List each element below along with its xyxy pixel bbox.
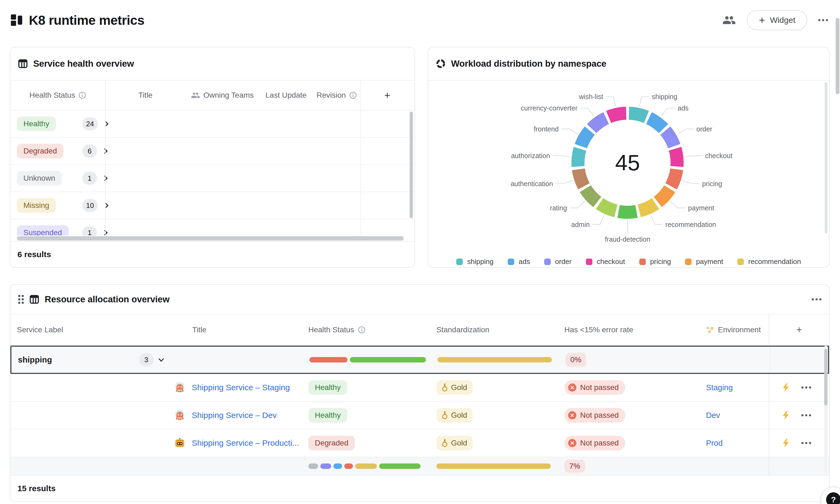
- empty-cell: [10, 429, 171, 457]
- info-icon[interactable]: [358, 326, 366, 334]
- donut-label-recommendation: recommendation: [665, 221, 716, 228]
- legend-item-pricing[interactable]: pricing: [639, 257, 671, 266]
- donut-segment-currency-converter[interactable]: [592, 118, 606, 129]
- service-row[interactable]: Shipping Service – DevHealthyGold✕Not pa…: [10, 402, 829, 429]
- environment-link[interactable]: Staging: [706, 383, 733, 392]
- lightning-icon[interactable]: [782, 383, 789, 392]
- health-status-row-healthy[interactable]: Healthy24: [10, 110, 415, 138]
- row-more-menu[interactable]: [801, 442, 811, 444]
- service-row[interactable]: Shipping Service – StagingHealthyGold✕No…: [10, 374, 829, 402]
- results-count: 6 results: [17, 250, 51, 259]
- row-more-menu[interactable]: [801, 414, 811, 416]
- chevron-down-icon[interactable]: [157, 356, 165, 364]
- environment-link[interactable]: Prod: [706, 439, 723, 448]
- standardization-badge: Gold: [436, 408, 473, 422]
- page-scrollbar[interactable]: [836, 18, 839, 94]
- legend-item-checkout[interactable]: checkout: [586, 257, 625, 266]
- info-icon[interactable]: [78, 91, 86, 99]
- health-distribution-bar: [302, 457, 430, 475]
- service-title-link[interactable]: Shipping Service – Staging: [192, 383, 290, 392]
- status-pill-slot: Healthy: [17, 116, 69, 131]
- table-horizontal-scrollbar[interactable]: [17, 236, 404, 240]
- drag-handle-icon[interactable]: [18, 295, 24, 304]
- health-status-row-unknown[interactable]: Unknown1: [10, 165, 415, 192]
- chevron-right-icon[interactable]: [102, 147, 109, 155]
- actions-cell: [769, 374, 829, 401]
- group-label: shipping: [18, 355, 52, 364]
- count-badge: 1: [82, 172, 97, 185]
- card-vertical-scrollbar[interactable]: [825, 82, 827, 234]
- resource-allocation-card: Resource allocation overview Service Lab…: [10, 284, 830, 502]
- legend-item-recommendation[interactable]: recommendation: [737, 257, 801, 266]
- column-header-owning-teams: Owning Teams: [186, 80, 259, 110]
- standardization-cell: Gold: [430, 402, 558, 429]
- title-cell: Shipping Service – Dev: [171, 402, 302, 429]
- service-title-link[interactable]: Shipping Service – Dev: [192, 411, 277, 420]
- donut-segment-rating[interactable]: [585, 188, 597, 202]
- chevron-right-icon[interactable]: [102, 229, 109, 236]
- lightning-icon[interactable]: [782, 411, 789, 420]
- donut-segment-payment[interactable]: [658, 188, 670, 202]
- donut-label-order: order: [697, 125, 712, 133]
- service-title-link[interactable]: Shipping Service – Producti...: [192, 438, 299, 448]
- empty-cell: [699, 457, 769, 475]
- donut-segment-pricing[interactable]: [671, 169, 677, 186]
- resource-card-more-menu[interactable]: [812, 298, 821, 301]
- service-health-card-header: Service health overview: [10, 47, 415, 80]
- donut-segment-authorization[interactable]: [578, 149, 580, 166]
- standardization-label: Gold: [451, 439, 467, 447]
- health-status-row-suspended[interactable]: Suspended1: [10, 219, 415, 236]
- donut-segment-ads[interactable]: [649, 118, 664, 129]
- column-header-service-label: Service Label: [10, 314, 171, 345]
- legend-item-order[interactable]: order: [544, 257, 572, 266]
- health-status-row-degraded[interactable]: Degraded6: [10, 138, 415, 165]
- donut-segment-shipping[interactable]: [629, 113, 646, 117]
- donut-segment-order[interactable]: [665, 131, 675, 146]
- row-more-menu[interactable]: [801, 386, 811, 389]
- add-widget-button[interactable]: + Widget: [747, 10, 807, 30]
- info-icon[interactable]: [349, 91, 357, 99]
- legend-item-ads[interactable]: ads: [508, 257, 530, 266]
- chevron-right-icon[interactable]: [103, 202, 110, 209]
- chevron-right-icon[interactable]: [102, 175, 109, 182]
- group-row-shipping[interactable]: shipping30%: [10, 346, 829, 374]
- workload-card: Workload distribution by namespace shipp…: [427, 47, 830, 268]
- donut-segment-admin[interactable]: [599, 203, 616, 211]
- column-header--[interactable]: +: [360, 80, 415, 110]
- column-label: Standardization: [436, 325, 489, 334]
- page-more-menu[interactable]: [818, 19, 828, 21]
- chevron-right-icon[interactable]: [103, 120, 110, 128]
- empty-cell: [172, 347, 303, 373]
- donut-segment-fraud-detection[interactable]: [618, 212, 636, 212]
- legend-chip: [737, 258, 744, 265]
- medal-icon: [442, 411, 448, 419]
- column-header--[interactable]: +: [769, 314, 829, 345]
- health-status-row-missing[interactable]: Missing10: [10, 192, 415, 219]
- actions-cell: [769, 429, 829, 457]
- legend-chip: [685, 258, 692, 265]
- lightning-icon[interactable]: [782, 438, 789, 448]
- error-rate-badge: 0%: [565, 353, 586, 367]
- legend-label: recommendation: [748, 257, 801, 266]
- bar-segment: [350, 357, 426, 362]
- legend-label: checkout: [597, 257, 625, 266]
- donut-segment-frontend[interactable]: [581, 131, 590, 146]
- donut-segment-recommendation[interactable]: [639, 203, 655, 211]
- bar-segment: [308, 464, 318, 469]
- donut-segment-authentication[interactable]: [579, 169, 584, 186]
- members-icon[interactable]: [722, 13, 736, 27]
- column-header-revision: Revision: [313, 80, 360, 110]
- donut-segment-wish-list[interactable]: [609, 113, 626, 117]
- health-status-cell: Degraded: [302, 429, 430, 457]
- service-row[interactable]: Shipping Service – Producti...DegradedGo…: [10, 429, 829, 457]
- x-circle-icon: ✕: [568, 439, 576, 447]
- legend-item-shipping[interactable]: shipping: [456, 257, 493, 266]
- table-icon: [30, 294, 39, 304]
- table-vertical-scrollbar[interactable]: [824, 349, 827, 406]
- legend-chip: [508, 258, 514, 265]
- donut-segment-checkout[interactable]: [675, 149, 677, 166]
- table-vertical-scrollbar[interactable]: [410, 112, 413, 218]
- environment-link[interactable]: Dev: [706, 411, 720, 420]
- column-header-last-update: Last Update: [259, 80, 313, 110]
- legend-item-payment[interactable]: payment: [685, 257, 723, 266]
